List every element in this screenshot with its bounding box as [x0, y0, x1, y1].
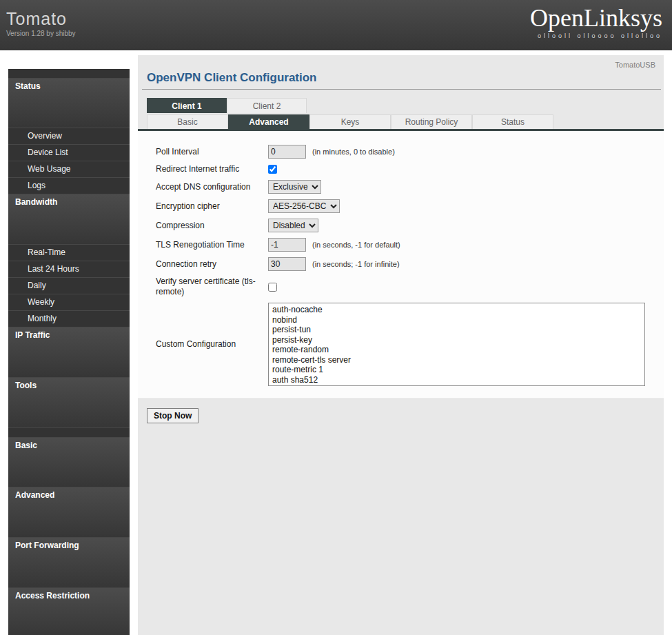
tab-client-2[interactable]: Client 2 — [227, 98, 307, 113]
connection-retry-note: (in seconds; -1 for infinite) — [312, 260, 400, 268]
content-area: TomatoUSB OpenVPN Client Configuration C… — [138, 55, 664, 635]
page-title: OpenVPN Client Configuration — [138, 69, 664, 85]
row-verify-certificate: Verify server certificate (tls-remote) — [138, 274, 664, 300]
brand: Tomato Version 1.28 by shibby — [6, 10, 76, 37]
poll-interval-input[interactable] — [268, 145, 306, 159]
encryption-cipher-select[interactable]: AES-256-CBC — [268, 199, 340, 213]
poll-interval-note: (in minutes, 0 to disable) — [312, 148, 395, 156]
row-accept-dns: Accept DNS configuration Exclusive — [138, 177, 664, 196]
sidebar-item-overview[interactable]: Overview — [8, 128, 130, 145]
accept-dns-select[interactable]: Exclusive — [268, 180, 321, 194]
logo-name: OpenLinksys — [530, 4, 662, 32]
form-actions: Stop Now — [138, 399, 664, 423]
sidebar-item-ip-traffic[interactable]: IP Traffic — [8, 327, 130, 378]
client-tabs: Client 1 Client 2 — [138, 98, 664, 113]
connection-retry-input[interactable] — [268, 257, 306, 271]
title-divider — [142, 89, 661, 90]
sidebar-item-last-24-hours[interactable]: Last 24 Hours — [8, 261, 130, 278]
sidebar-item-web-usage[interactable]: Web Usage — [8, 161, 130, 178]
sidebar: StatusOverviewDevice ListWeb UsageLogsBa… — [8, 69, 130, 635]
verify-certificate-label: Verify server certificate (tls-remote) — [156, 276, 268, 297]
tls-renegotiation-label: TLS Renegotiation Time — [156, 240, 268, 250]
section-tabs: Basic Advanced Keys Routing Policy Statu… — [138, 114, 664, 131]
row-poll-interval: Poll Interval (in minutes, 0 to disable) — [138, 142, 664, 161]
sidebar-item-status[interactable]: Status — [8, 78, 130, 128]
accept-dns-label: Accept DNS configuration — [156, 182, 268, 192]
row-encryption-cipher: Encryption cipher AES-256-CBC — [138, 196, 664, 216]
custom-configuration-label: Custom Configuration — [156, 339, 268, 350]
main-layout: StatusOverviewDevice ListWeb UsageLogsBa… — [0, 50, 672, 635]
app-header: Tomato Version 1.28 by shibby OpenLinksy… — [0, 0, 672, 50]
logo-binary-decoration: ollooll olloooo ollolloo — [530, 32, 662, 39]
tab-keys[interactable]: Keys — [309, 114, 391, 129]
sidebar-item-logs[interactable]: Logs — [8, 178, 130, 194]
sidebar-item-basic[interactable]: Basic — [8, 437, 130, 487]
router-name-watermark: TomatoUSB — [138, 55, 664, 69]
tab-basic[interactable]: Basic — [147, 114, 228, 129]
row-redirect-traffic: Redirect Internet traffic — [138, 161, 664, 177]
row-tls-renegotiation: TLS Renegotiation Time (in seconds, -1 f… — [138, 235, 664, 254]
redirect-traffic-checkbox[interactable] — [268, 165, 277, 174]
tab-status[interactable]: Status — [472, 114, 553, 129]
brand-name: Tomato — [6, 10, 76, 28]
tls-renegotiation-input[interactable] — [268, 238, 306, 252]
sidebar-item-tools[interactable]: Tools — [8, 378, 130, 428]
logo: OpenLinksys ollooll olloooo ollolloo — [530, 4, 662, 39]
sidebar-item-bandwidth[interactable]: Bandwidth — [8, 194, 130, 245]
sidebar-item-weekly[interactable]: Weekly — [8, 294, 130, 311]
advanced-settings-form: Poll Interval (in minutes, 0 to disable)… — [138, 131, 664, 399]
compression-label: Compression — [156, 221, 268, 231]
stop-now-button[interactable]: Stop Now — [147, 408, 198, 423]
connection-retry-label: Connection retry — [156, 259, 268, 270]
tab-advanced[interactable]: Advanced — [228, 114, 309, 129]
redirect-traffic-label: Redirect Internet traffic — [156, 164, 268, 174]
verify-certificate-checkbox[interactable] — [268, 283, 277, 292]
sidebar-item-monthly[interactable]: Monthly — [8, 311, 130, 327]
row-custom-configuration: Custom Configuration — [138, 300, 664, 389]
brand-version: Version 1.28 by shibby — [6, 30, 76, 37]
encryption-cipher-label: Encryption cipher — [156, 201, 268, 212]
sidebar-item-access-restriction[interactable]: Access Restriction — [8, 588, 130, 635]
compression-select[interactable]: Disabled — [268, 219, 318, 232]
poll-interval-label: Poll Interval — [156, 147, 268, 157]
tab-client-1[interactable]: Client 1 — [147, 98, 227, 113]
sidebar-item-real-time[interactable]: Real-Time — [8, 245, 130, 261]
custom-configuration-textarea[interactable] — [268, 303, 645, 386]
sidebar-item-advanced[interactable]: Advanced — [8, 487, 130, 538]
sidebar-item-device-list[interactable]: Device List — [8, 145, 130, 161]
row-connection-retry: Connection retry (in seconds; -1 for inf… — [138, 254, 664, 274]
tls-renegotiation-note: (in seconds, -1 for default) — [312, 241, 400, 249]
sidebar-item-daily[interactable]: Daily — [8, 278, 130, 294]
tab-routing-policy[interactable]: Routing Policy — [391, 114, 472, 129]
sidebar-item-port-forwarding[interactable]: Port Forwarding — [8, 538, 130, 588]
row-compression: Compression Disabled — [138, 216, 664, 235]
